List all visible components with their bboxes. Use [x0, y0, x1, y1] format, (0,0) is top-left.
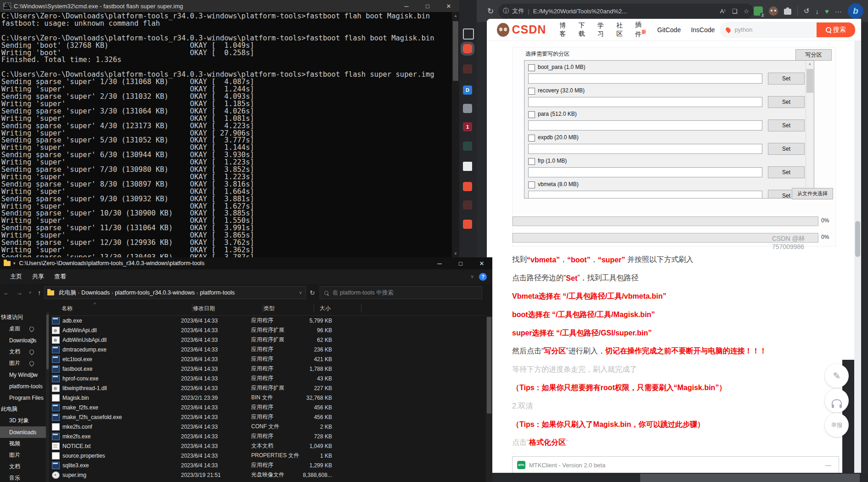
csdn-nav-item[interactable]: 下载 [579, 22, 587, 38]
file-row[interactable]: mke2fs.conf2023/6/4 14:33CONF 文件2 KB [50, 422, 485, 431]
breadcrumb-item[interactable]: platform-tools_r34.0.3-windows [115, 289, 195, 296]
quick-access-toolbar-chevron-icon[interactable]: ▾ [13, 261, 16, 266]
split-screen-icon[interactable]: ❏ [732, 8, 738, 15]
select-from-folder-button[interactable]: 从文件夹选择 [792, 188, 833, 199]
sidebar-item[interactable]: 快速访问 [0, 312, 46, 323]
back-icon[interactable]: ← [3, 289, 10, 296]
mtkclient-minimize-icon[interactable]: — [825, 462, 831, 469]
file-list-scrollbar[interactable] [486, 316, 492, 482]
file-row[interactable]: super.img2023/3/19 21:51光盘映像文件8,388,608.… [50, 470, 485, 480]
sidebar-item[interactable]: Downloads [0, 426, 46, 438]
set-button[interactable]: Set [768, 73, 805, 85]
bing-chat-icon[interactable]: b [848, 3, 863, 19]
red-app-icon-4[interactable] [463, 220, 472, 229]
partition-path-input[interactable] [528, 167, 762, 177]
scroll-up-icon[interactable]: ˄ [806, 61, 814, 68]
cmd-scrollbar-thumb[interactable] [453, 21, 458, 81]
file-row[interactable]: fastboot.exe2023/6/4 14:33应用程序1,788 KB [50, 364, 485, 374]
ribbon-expand-chevron-icon[interactable]: ˅ [471, 274, 473, 279]
address-dropdown-chevron-icon[interactable]: ˅ [299, 290, 302, 295]
partition-list-scrollbar[interactable]: ˄ ˅ [806, 61, 814, 198]
csdn-logo-text[interactable]: CSDN [512, 23, 547, 36]
csdn-logo-icon[interactable] [497, 23, 509, 37]
blue-app-icon[interactable]: D [463, 85, 472, 95]
sidebar-item[interactable]: My Window [0, 369, 46, 380]
file-row[interactable]: Magisk.bin2023/2/1 23:39BIN 文件32,768 KB [50, 393, 485, 403]
write-partition-button[interactable]: 写分区 [795, 49, 832, 61]
page-scrollbar[interactable] [854, 41, 861, 473]
forward-icon[interactable]: → [16, 289, 23, 296]
red-app-icon-faded[interactable] [463, 64, 472, 74]
red-app-icon-3-faded[interactable] [463, 200, 472, 210]
refresh-icon[interactable]: ↻ [487, 6, 494, 16]
sidebar-item[interactable]: 图片 [0, 449, 46, 461]
ribbon-tab[interactable]: 主页 [10, 272, 22, 281]
sidebar-item[interactable]: 文档 [0, 461, 46, 472]
scroll-up-icon[interactable]: ▲ [452, 12, 459, 19]
csdn-nav-item[interactable]: GitCode [657, 26, 681, 34]
sidebar-item[interactable]: 此电脑 [0, 403, 46, 415]
ribbon-tab[interactable]: 共享 [32, 272, 44, 281]
csdn-search-box[interactable]: 搜索 [720, 22, 856, 38]
file-row[interactable]: etc1tool.exe2023/6/4 14:33应用程序421 KB [50, 354, 485, 364]
red-app-icon-2[interactable] [463, 182, 472, 191]
sidebar-item[interactable]: 文档 [0, 346, 46, 357]
explorer-search-box[interactable] [320, 286, 482, 299]
set-button[interactable]: Set [768, 166, 805, 178]
sidebar-item[interactable]: 音乐 [0, 472, 46, 482]
file-row[interactable]: AdbWinUsbApi.dll2023/6/4 14:33应用程序扩展62 K… [50, 335, 485, 345]
customer-service-floating-button[interactable] [825, 389, 849, 413]
read-aloud-icon[interactable]: A⁾ [720, 8, 726, 15]
explorer-search-input[interactable] [332, 289, 482, 296]
file-row[interactable]: hprof-conv.exe2023/6/4 14:33应用程序43 KB [50, 374, 485, 383]
extension-face-icon[interactable] [769, 6, 778, 16]
adblock-extension-icon[interactable]: 2 [754, 6, 763, 16]
darkred-app-icon[interactable]: 1 [463, 122, 472, 131]
partition-path-input[interactable] [528, 120, 762, 130]
sidebar-item[interactable]: platform-tools [0, 380, 46, 392]
explorer-close-button[interactable]: ✕ [471, 257, 492, 269]
info-icon[interactable]: ⓘ [503, 7, 509, 15]
file-row[interactable]: AdbWinApi.dll2023/6/4 14:33应用程序扩展96 KB [50, 325, 485, 335]
sidebar-item[interactable]: 3D 对象 [0, 415, 46, 426]
file-row[interactable]: source.properties2023/6/4 14:33PROPERTIE… [50, 451, 485, 460]
explorer-minimize-button[interactable]: ─ [429, 257, 450, 269]
downloads-icon[interactable]: ↓ [816, 7, 819, 15]
sidebar-item[interactable]: 图片 [0, 357, 46, 369]
ribbon-tab[interactable]: 查看 [54, 272, 66, 281]
set-button[interactable]: Set [768, 96, 805, 108]
write-blog-floating-button[interactable]: ✎ [825, 364, 849, 388]
sidebar-item[interactable]: 桌面 [0, 323, 46, 335]
breadcrumb-item[interactable]: platform-tools [200, 289, 235, 296]
up-icon[interactable]: ↑ [38, 289, 41, 296]
column-header-type[interactable]: 类型 [263, 304, 314, 312]
file-row[interactable]: make_f2fs.exe2023/6/4 14:33应用程序456 KB [50, 403, 485, 412]
file-row[interactable]: libwinpthread-1.dll2023/6/4 14:33应用程序扩展2… [50, 383, 485, 393]
file-row[interactable]: dmtracedump.exe2023/6/4 14:33应用程序236 KB [50, 345, 485, 354]
doc-app-icon[interactable] [463, 162, 472, 171]
file-row[interactable]: sqlite3.exe2023/6/4 14:33应用程序1,299 KB [50, 460, 485, 470]
recent-locations-chevron-icon[interactable]: ˅ [29, 290, 31, 295]
partition-path-input[interactable] [528, 97, 762, 107]
explorer-maximize-button[interactable]: □ [450, 257, 471, 269]
csdn-search-input[interactable] [734, 26, 817, 34]
csdn-nav-item[interactable]: 社区 [616, 22, 625, 38]
report-floating-button[interactable]: 举报 [825, 413, 849, 437]
partition-checkbox[interactable] [528, 158, 535, 165]
set-button[interactable]: Set [768, 143, 805, 155]
help-icon[interactable]: ? [479, 273, 487, 281]
file-row[interactable]: NOTICE.txt2023/6/4 14:33文本文档1,049 KB [50, 441, 485, 451]
csdn-search-button[interactable]: 搜索 [817, 22, 855, 38]
cmd-minimize-button[interactable]: ─ [396, 0, 417, 12]
sidebar-item[interactable]: 视频 [0, 438, 46, 449]
sidebar-item[interactable]: Downloads [0, 335, 46, 346]
history-icon[interactable]: ↺ [804, 7, 810, 15]
file-row[interactable]: mke2fs.exe2023/6/4 14:33应用程序728 KB [50, 431, 485, 441]
cmd-maximize-button[interactable]: □ [417, 0, 438, 12]
breadcrumb-item[interactable]: Downloads [81, 289, 110, 296]
partition-checkbox[interactable] [528, 111, 535, 118]
teal-app-icon-faded[interactable] [463, 142, 472, 151]
browser-essentials-icon[interactable]: ♥ [825, 7, 829, 15]
breadcrumb-item[interactable]: 此电脑 [59, 289, 76, 297]
csdn-nav-item[interactable]: 博客 [559, 22, 568, 38]
